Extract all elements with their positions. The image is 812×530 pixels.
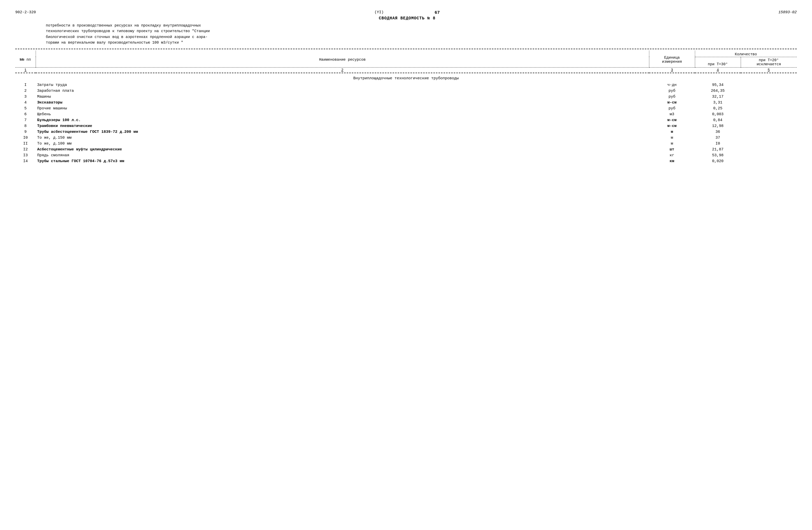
table-row: 7 Бульдозеры 100 л.с. м-см 0,84 — [15, 117, 797, 123]
row-qty2 — [741, 100, 797, 106]
table-row: 8 Трамбовки пневматические м-см 12,98 — [15, 123, 797, 129]
col-subheader-qty1: при Т=30° — [695, 57, 741, 67]
row-name: Бульдозеры 100 л.с. — [35, 117, 649, 123]
row-unit: кг — [649, 152, 695, 158]
table-row: I3 Прядь смоляная кг 53,98 — [15, 152, 797, 158]
row-qty2 — [741, 147, 797, 152]
row-unit: м — [649, 135, 695, 141]
table-index-row: 1 2 3 4 5 — [15, 67, 797, 73]
row-num: I3 — [15, 152, 35, 158]
subtitle-block: потребности в производственных ресурсах … — [46, 23, 766, 46]
row-unit: руб — [649, 88, 695, 94]
row-num: 3 — [15, 94, 35, 100]
row-name: Машины — [35, 94, 649, 100]
row-name: Затраты труда — [35, 82, 649, 88]
row-unit: м-см — [649, 117, 695, 123]
row-unit: руб — [649, 106, 695, 111]
document-title: СВОДНАЯ ВЕДОМОСТЬ № 8 — [36, 16, 778, 20]
table-row: II То же, д.100 мм м I0 — [15, 141, 797, 147]
row-qty2 — [741, 158, 797, 164]
row-num: II — [15, 141, 35, 147]
row-unit: км — [649, 158, 695, 164]
col-header-name: Наименование ресурсов — [35, 51, 649, 68]
table-row: 5 Прочие машины руб 0,25 — [15, 106, 797, 111]
header-center: (YI) 67 СВОДНАЯ ВЕДОМОСТЬ № 8 — [36, 10, 778, 20]
page-header: 902-2-320 (YI) 67 СВОДНАЯ ВЕДОМОСТЬ № 8 … — [15, 10, 797, 20]
header-parens: (YI) — [375, 10, 384, 16]
row-qty1: 3,31 — [695, 100, 741, 106]
index-3: 3 — [649, 67, 695, 73]
doc-ref: 15893-02 — [778, 10, 797, 15]
row-unit: шт — [649, 147, 695, 152]
row-qty1: 36 — [695, 129, 741, 135]
row-qty1: 0,020 — [695, 158, 741, 164]
row-num: 6 — [15, 111, 35, 117]
table-header-row: №№ пп Наименование ресурсов Единицаизмер… — [15, 51, 797, 57]
row-num: I0 — [15, 135, 35, 141]
row-qty2 — [741, 123, 797, 129]
row-num: 7 — [15, 117, 35, 123]
row-qty2 — [741, 88, 797, 94]
row-name: Заработная плата — [35, 88, 649, 94]
row-name: То же, д.150 мм — [35, 135, 649, 141]
index-5: 5 — [741, 67, 797, 73]
row-unit: м-см — [649, 100, 695, 106]
row-qty1: 264,35 — [695, 88, 741, 94]
page-number: 67 — [435, 10, 440, 15]
row-unit: ч-дн — [649, 82, 695, 88]
row-name: Экскаваторы — [35, 100, 649, 106]
row-qty1: I0 — [695, 141, 741, 147]
row-qty2 — [741, 111, 797, 117]
col-header-num: №№ пп — [15, 51, 35, 68]
table-row: I0 То же, д.150 мм м 37 — [15, 135, 797, 141]
section-title-row: Внутриплощадочные технологические трубоп… — [15, 73, 797, 82]
row-qty2 — [741, 141, 797, 147]
row-unit: м — [649, 141, 695, 147]
row-qty2 — [741, 135, 797, 141]
row-qty2 — [741, 94, 797, 100]
row-name: Прочие машины — [35, 106, 649, 111]
row-num: I2 — [15, 147, 35, 152]
row-name: Трамбовки пневматические — [35, 123, 649, 129]
table-row: I Затраты труда ч-дн 95,34 — [15, 82, 797, 88]
row-qty2 — [741, 117, 797, 123]
row-num: I — [15, 82, 35, 88]
row-name: Асбестоцементные муфты цилиндрические — [35, 147, 649, 152]
row-qty1: 37 — [695, 135, 741, 141]
row-num: I4 — [15, 158, 35, 164]
col-header-qty: Количество — [695, 51, 797, 57]
row-qty1: 12,98 — [695, 123, 741, 129]
row-qty1: 0,25 — [695, 106, 741, 111]
row-qty1: 0,003 — [695, 111, 741, 117]
row-num: 9 — [15, 129, 35, 135]
section-title-cell: Внутриплощадочные технологические трубоп… — [15, 73, 797, 82]
row-qty2 — [741, 152, 797, 158]
col-subheader-qty2: при Т=20°исключается — [741, 57, 797, 67]
row-unit: руб — [649, 94, 695, 100]
index-2: 2 — [35, 67, 649, 73]
row-qty1: 0,84 — [695, 117, 741, 123]
col-header-unit: Единицаизмерения — [649, 51, 695, 68]
index-1: 1 — [15, 67, 35, 73]
row-qty1: 32,17 — [695, 94, 741, 100]
table-row: 2 Заработная плата руб 264,35 — [15, 88, 797, 94]
row-unit: м-см — [649, 123, 695, 129]
row-unit: м — [649, 129, 695, 135]
table-row: 4 Экскаваторы м-см 3,31 — [15, 100, 797, 106]
top-separator — [15, 49, 797, 49]
subtitle-text: потребности в производственных ресурсах … — [46, 24, 210, 45]
row-qty1: 21,87 — [695, 147, 741, 152]
row-qty1: 53,98 — [695, 152, 741, 158]
resources-table: №№ пп Наименование ресурсов Единицаизмер… — [15, 51, 797, 164]
row-num: 5 — [15, 106, 35, 111]
row-qty2 — [741, 129, 797, 135]
main-table-container: №№ пп Наименование ресурсов Единицаизмер… — [15, 51, 797, 164]
row-name: Прядь смоляная — [35, 152, 649, 158]
table-row: 6 Щебень м3 0,003 — [15, 111, 797, 117]
table-row: I2 Асбестоцементные муфты цилиндрические… — [15, 147, 797, 152]
row-name: То же, д.100 мм — [35, 141, 649, 147]
table-row: 3 Машины руб 32,17 — [15, 94, 797, 100]
row-num: 8 — [15, 123, 35, 129]
row-name: Трубы асбестоцементные ГОСТ 1839-72 д.20… — [35, 129, 649, 135]
row-num: 2 — [15, 88, 35, 94]
